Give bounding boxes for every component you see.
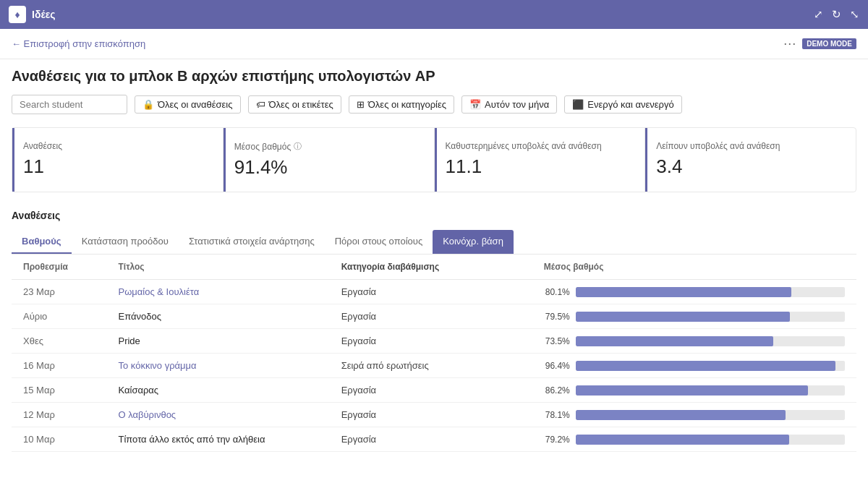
bar-label: 78.1% [544, 410, 570, 420]
bar-fill [576, 435, 789, 445]
cell-deadline: 12 Μαρ [12, 403, 106, 427]
tab-progress[interactable]: Κατάσταση προόδου [72, 230, 179, 254]
cell-title: Επάνοδος [106, 304, 329, 329]
bar-track [576, 287, 845, 297]
tab-stats[interactable]: Στατιστικά στοιχεία ανάρτησης [179, 230, 325, 254]
bar-container: 96.4% [544, 361, 845, 371]
cell-title[interactable]: Ρωμαίος & Ιουλιέτα [106, 280, 329, 304]
col-header-avg: Μέσος βαθμός [532, 255, 856, 280]
col-header-title: Τίτλος [106, 255, 329, 280]
bar-container: 80.1% [544, 287, 845, 297]
bar-fill [576, 361, 835, 371]
app-title: Ιδέες [32, 9, 56, 20]
assignments-section: Αναθέσεις Βαθμούς Κατάσταση προόδου Στατ… [0, 204, 868, 452]
filter-all-assignments[interactable]: 🔒 Όλες οι αναθέσεις [135, 95, 241, 114]
calendar-icon: 📅 [469, 99, 481, 110]
cell-deadline: 16 Μαρ [12, 354, 106, 378]
bar-label: 79.5% [544, 312, 570, 322]
stat-card-assignments: Αναθέσεις 11 [12, 128, 224, 192]
filter-this-month[interactable]: 📅 Αυτόν τον μήνα [461, 95, 557, 114]
cell-deadline: 23 Μαρ [12, 280, 106, 304]
table-row: 23 ΜαρΡωμαίος & ΙουλιέταΕργασία80.1% [12, 280, 856, 304]
cell-title: Pride [106, 329, 329, 354]
bar-fill [576, 410, 786, 420]
more-options-button[interactable]: ··· [783, 36, 796, 51]
lock-icon: 🔒 [142, 99, 154, 110]
breadcrumb-bar: ← Επιστροφή στην επισκόπηση ··· DEMO MOD… [0, 29, 868, 59]
filter-bar: 🔒 Όλες οι αναθέσεις 🏷 Όλες οι ετικέτες ⊞… [0, 90, 868, 121]
filter-all-labels[interactable]: 🏷 Όλες οι ετικέτες [248, 95, 341, 114]
bar-label: 96.4% [544, 361, 570, 371]
cell-avg: 79.5% [532, 304, 856, 329]
bar-label: 86.2% [544, 385, 570, 396]
assignment-link[interactable]: Ο λαβύρινθος [118, 409, 176, 420]
bar-label: 79.2% [544, 435, 570, 445]
tabs: Βαθμούς Κατάσταση προόδου Στατιστικά στο… [12, 230, 856, 255]
cell-avg: 79.2% [532, 427, 856, 452]
stats-row: Αναθέσεις 11 Μέσος βαθμός ⓘ 91.4% Καθυστ… [12, 127, 856, 192]
stat-label-avg: Μέσος βαθμός ⓘ [234, 141, 417, 152]
assignment-link[interactable]: Το κόκκινο γράμμα [118, 360, 196, 371]
cell-category: Εργασία [330, 403, 532, 427]
bar-container: 78.1% [544, 410, 845, 420]
col-header-category: Κατηγορία διαβάθμισης [330, 255, 532, 280]
external-icon[interactable]: ⤡ [850, 8, 859, 21]
demo-badge: DEMO MODE [802, 38, 856, 49]
cell-deadline: Χθες [12, 329, 106, 354]
stat-label-late: Καθυστερημένες υποβολές ανά ανάθεση [446, 141, 628, 151]
bar-label: 73.5% [544, 336, 570, 346]
back-link[interactable]: ← Επιστροφή στην επισκόπηση [12, 38, 145, 49]
cell-avg: 96.4% [532, 354, 856, 378]
bar-fill [576, 287, 791, 297]
bar-container: 73.5% [544, 336, 845, 346]
table-row: 12 ΜαρΟ λαβύρινθοςΕργασία78.1% [12, 403, 856, 427]
info-icon: ⓘ [294, 141, 302, 152]
section-title: Αναθέσεις [12, 210, 856, 221]
category-icon: ⊞ [357, 99, 365, 110]
stat-label-assignments: Αναθέσεις [23, 141, 205, 151]
cell-title: Καίσαρας [106, 378, 329, 403]
table-row: 10 ΜαρΤίποτα άλλο εκτός από την αλήθειαΕ… [12, 427, 856, 452]
stat-value-avg: 91.4% [234, 156, 417, 179]
cell-avg: 78.1% [532, 403, 856, 427]
cell-title[interactable]: Ο λαβύρινθος [106, 403, 329, 427]
bar-label: 80.1% [544, 287, 570, 297]
top-bar: ♦ Ιδέες ⤢ ↻ ⤡ [0, 0, 868, 29]
breadcrumb-right: ··· DEMO MODE [783, 36, 856, 51]
bar-fill [576, 385, 808, 396]
search-input[interactable] [12, 95, 127, 114]
table-header-row: Προθεσμία Τίτλος Κατηγορία διαβάθμισης Μ… [12, 255, 856, 280]
tab-resources[interactable]: Πόροι στους οποίους [325, 230, 433, 254]
cell-deadline: 10 Μαρ [12, 427, 106, 452]
filter-all-categories[interactable]: ⊞ Όλες οι κατηγορίες [349, 95, 454, 114]
tab-shared[interactable]: Κοινόχρ. βάση [433, 230, 514, 254]
refresh-icon[interactable]: ↻ [832, 8, 841, 21]
stat-value-assignments: 11 [23, 155, 205, 178]
tab-grades[interactable]: Βαθμούς [12, 230, 72, 254]
assignment-link[interactable]: Ρωμαίος & Ιουλιέτα [118, 286, 199, 297]
stat-card-avg: Μέσος βαθμός ⓘ 91.4% [224, 128, 435, 192]
cell-category: Εργασία [330, 329, 532, 354]
cell-category: Εργασία [330, 304, 532, 329]
cell-category: Σειρά από ερωτήσεις [330, 354, 532, 378]
col-header-deadline: Προθεσμία [12, 255, 106, 280]
table-row: 15 ΜαρΚαίσαραςΕργασία86.2% [12, 378, 856, 403]
assignments-table: Προθεσμία Τίτλος Κατηγορία διαβάθμισης Μ… [12, 255, 856, 452]
bar-track [576, 312, 845, 322]
cell-title[interactable]: Το κόκκινο γράμμα [106, 354, 329, 378]
stat-value-late: 11.1 [446, 155, 628, 178]
tag-icon: 🏷 [256, 99, 265, 110]
bar-fill [576, 312, 790, 322]
top-bar-left: ♦ Ιδέες [9, 6, 56, 23]
table-row: ΑύριοΕπάνοδοςΕργασία79.5% [12, 304, 856, 329]
top-bar-actions: ⤢ ↻ ⤡ [814, 8, 859, 21]
main-content: ← Επιστροφή στην επισκόπηση ··· DEMO MOD… [0, 29, 868, 483]
stat-card-missing: Λείπουν υποβολές ανά ανάθεση 3.4 [645, 128, 856, 192]
bar-fill [576, 336, 774, 346]
active-icon: ⬛ [572, 99, 584, 110]
bar-container: 79.2% [544, 435, 845, 445]
minimize-icon[interactable]: ⤢ [814, 8, 823, 21]
filter-active-inactive[interactable]: ⬛ Ενεργό και ανενεργό [564, 95, 681, 114]
cell-avg: 73.5% [532, 329, 856, 354]
bar-container: 79.5% [544, 312, 845, 322]
